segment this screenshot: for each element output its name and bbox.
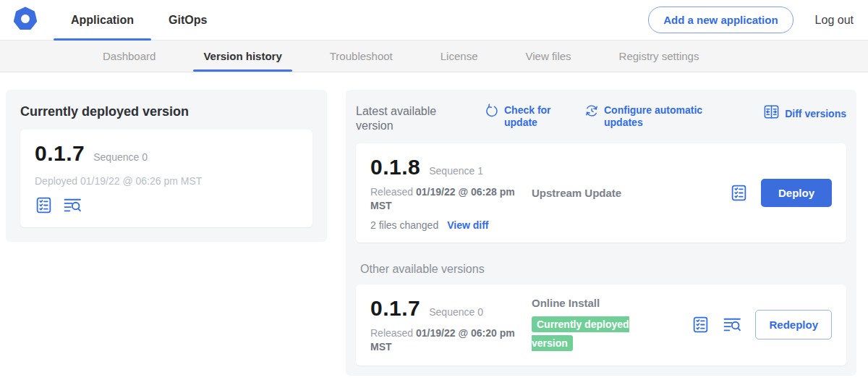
subnav-item-view-files[interactable]: View files: [515, 41, 581, 72]
currently-deployed-badge: Currently deployed version: [532, 316, 629, 351]
current-sequence-label: Sequence 0: [93, 151, 148, 163]
main-content: Currently deployed version 0.1.7 Sequenc…: [0, 72, 868, 376]
files-changed-label: 2 files changed: [370, 219, 438, 231]
latest-source-label: Upstream Update: [532, 187, 730, 199]
latest-available-title: Latest available version: [356, 104, 448, 133]
other-released-timestamp: Released 01/19/22 @ 06:20 pm MST: [370, 326, 519, 354]
subnav-item-version-history[interactable]: Version history: [193, 41, 292, 72]
other-version-card: 0.1.7 Sequence 0 Released 01/19/22 @ 06:…: [356, 284, 846, 366]
view-logs-icon[interactable]: [723, 316, 742, 334]
subnav-item-dashboard[interactable]: Dashboard: [93, 41, 166, 72]
configure-automatic-updates-label: Configure automatic updates: [604, 104, 705, 129]
topbar-spacer: [224, 0, 648, 40]
app-subnav: Dashboard Version history Troubleshoot L…: [0, 41, 868, 72]
app-logo[interactable]: [13, 0, 38, 40]
view-diff-link[interactable]: View diff: [447, 219, 488, 231]
deploy-button[interactable]: Deploy: [761, 179, 832, 207]
latest-version-card: 0.1.8 Sequence 1 Released 01/19/22 @ 06:…: [356, 143, 846, 242]
auto-update-clock-icon: [584, 104, 599, 121]
view-logs-icon[interactable]: [63, 196, 82, 214]
tab-gitops[interactable]: GitOps: [151, 0, 224, 40]
refresh-icon: [485, 104, 499, 121]
currently-deployed-card: 0.1.7 Sequence 0 Deployed 01/19/22 @ 06:…: [20, 130, 312, 227]
check-for-update-label: Check for update: [504, 104, 556, 129]
subnav-item-registry-settings[interactable]: Registry settings: [609, 41, 710, 72]
other-source-label: Online Install: [532, 297, 692, 309]
tab-application-label: Application: [71, 14, 134, 27]
currently-deployed-panel: Currently deployed version 0.1.7 Sequenc…: [6, 90, 327, 242]
preflight-checklist-icon[interactable]: [35, 196, 53, 214]
top-navbar: Application GitOps Add a new application…: [0, 0, 868, 41]
latest-sequence-label: Sequence 1: [429, 165, 483, 177]
other-version-number: 0.1.7: [370, 296, 420, 321]
diff-icon: [763, 104, 780, 123]
subnav-item-license[interactable]: License: [430, 41, 488, 72]
latest-version-number: 0.1.8: [370, 155, 420, 180]
latest-released-timestamp: Released 01/19/22 @ 06:28 pm MST: [370, 185, 519, 213]
configure-automatic-updates-button[interactable]: Configure automatic updates: [584, 104, 722, 129]
preflight-checklist-icon[interactable]: [692, 316, 710, 334]
diff-versions-label: Diff versions: [785, 108, 846, 120]
check-for-update-button[interactable]: Check for update: [485, 104, 577, 129]
subnav-item-troubleshoot[interactable]: Troubleshoot: [320, 41, 403, 72]
deployed-timestamp: Deployed 01/19/22 @ 06:26 pm MST: [35, 175, 298, 187]
currently-deployed-title: Currently deployed version: [20, 104, 312, 119]
diff-versions-button[interactable]: Diff versions: [763, 104, 846, 123]
latest-available-panel: Latest available version Check for updat…: [346, 90, 856, 376]
tab-gitops-label: GitOps: [169, 14, 207, 27]
other-available-versions-title: Other available versions: [360, 263, 846, 276]
preflight-checklist-icon[interactable]: [730, 184, 748, 202]
latest-available-header: Latest available version Check for updat…: [356, 100, 846, 143]
add-application-button[interactable]: Add a new application: [648, 7, 793, 33]
kots-heptagon-logo-icon: [13, 7, 38, 34]
logout-button[interactable]: Log out: [815, 0, 854, 40]
tab-application[interactable]: Application: [54, 0, 151, 40]
redeploy-button[interactable]: Redeploy: [755, 310, 832, 340]
other-sequence-label: Sequence 0: [429, 306, 483, 318]
current-version-number: 0.1.7: [35, 141, 85, 166]
